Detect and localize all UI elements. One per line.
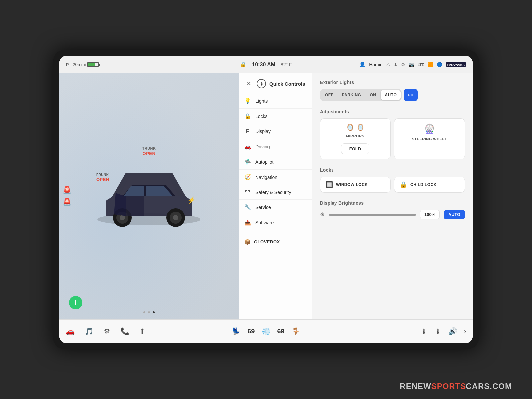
adjustments-title: Adjustments <box>320 109 465 114</box>
display-icon: 🖥 <box>244 128 251 134</box>
display-label: Display <box>255 129 271 134</box>
nav-item-service[interactable]: 🔧 Service <box>239 200 312 215</box>
panorama-badge: PANORAMA <box>446 62 466 67</box>
device-frame: P 205 mi 🔒 10:30 AM 82° F 👤 Hamid ⚠ ⬇ ⚙ <box>53 50 479 349</box>
charging-icon: ⚡ <box>187 196 196 204</box>
taskbar-car-icon[interactable]: 🚗 <box>66 327 75 336</box>
warning-icon: ⚠ <box>386 62 390 67</box>
lights-off-button[interactable]: OFF <box>321 90 337 100</box>
mirrors-card[interactable]: 🪞 🪞 MIRRORS FOLD <box>320 118 391 159</box>
dot-1 <box>143 311 145 313</box>
locks-label: Locks <box>255 114 268 119</box>
alert-icon-2: 🚨 <box>63 198 71 206</box>
adjustments-section: Adjustments 🪞 🪞 MIRRORS FOLD <box>320 109 465 159</box>
qc-header: ✕ ◎ Quick Controls <box>239 73 312 93</box>
taskbar-volume-icon[interactable]: 🔊 <box>448 327 457 336</box>
page-dots <box>143 311 155 313</box>
service-label: Service <box>255 205 271 210</box>
steering-wheel-icon: 🎡 <box>424 123 435 134</box>
steering-wheel-card[interactable]: 🎡 STEERING WHEEL <box>394 118 465 159</box>
nav-item-software[interactable]: 📥 Software <box>239 215 312 230</box>
tesla-screen: P 205 mi 🔒 10:30 AM 82° F 👤 Hamid ⚠ ⬇ ⚙ <box>59 56 473 343</box>
car-panel: 🚨 🚨 TRUNK OPEN FRUNK OPEN <box>59 73 239 319</box>
lte-indicator: LTE <box>418 63 424 66</box>
dot-3 <box>153 311 155 313</box>
fold-button[interactable]: FOLD <box>341 143 369 154</box>
taskbar-chevron-up-icon[interactable]: ⬆ <box>139 327 145 336</box>
user-icon: 👤 <box>359 61 366 67</box>
clock: 10:30 AM <box>252 62 275 67</box>
battery-miles: 205 mi <box>73 62 99 67</box>
nav-item-navigation[interactable]: 🧭 Navigation <box>239 170 312 185</box>
adjustments-row: 🪞 🪞 MIRRORS FOLD 🎡 STEERING WHEEL <box>320 118 465 159</box>
qc-icon: ◎ <box>257 79 266 88</box>
close-icon: ✕ <box>246 80 251 87</box>
software-label: Software <box>255 220 274 225</box>
park-indicator: P <box>66 62 69 67</box>
taskbar-music-icon[interactable]: 🎵 <box>85 327 94 336</box>
nav-item-autopilot[interactable]: 🛸 Autopilot <box>239 154 312 170</box>
settings-panel: Exterior Lights OFF PARKING ON AUTO ED <box>312 73 473 319</box>
brightness-row: ☀ 100% AUTO <box>320 210 465 219</box>
settings-status-icon: ⚙ <box>401 62 405 67</box>
nav-item-lights[interactable]: 💡 Lights <box>239 93 312 109</box>
lights-label: Lights <box>255 98 268 104</box>
taskbar-phone-icon[interactable]: 📞 <box>120 327 129 336</box>
lights-auto-button[interactable]: AUTO <box>381 90 401 100</box>
brightness-sun-icon: ☀ <box>320 211 325 218</box>
brightness-section: Display Brightness ☀ 100% AUTO <box>320 200 465 219</box>
status-left: P 205 mi <box>66 62 240 67</box>
taskbar-left: 🚗 🎵 ⚙ 📞 ⬆ <box>66 327 145 336</box>
locks-icon: 🔒 <box>244 113 251 119</box>
taskbar-seat-icon[interactable]: 💺 <box>232 327 241 336</box>
taskbar-media-icon[interactable]: ⚙ <box>104 327 110 336</box>
svg-point-6 <box>173 215 178 220</box>
child-lock-icon: 🔒 <box>400 181 407 188</box>
child-lock-card[interactable]: 🔒 CHILD LOCK <box>394 177 465 193</box>
navigation-label: Navigation <box>255 175 277 180</box>
safety-icon: 🛡 <box>244 189 251 195</box>
mirror-left-icon: 🪞 <box>346 123 354 131</box>
status-bar: P 205 mi 🔒 10:30 AM 82° F 👤 Hamid ⚠ ⬇ ⚙ <box>59 56 473 73</box>
brightness-auto-button[interactable]: AUTO <box>444 210 465 219</box>
taskbar-fan-icon[interactable]: 💨 <box>262 327 271 336</box>
close-button[interactable]: ✕ <box>244 79 253 88</box>
taskbar-right: 🌡 🌡 🔊 › <box>420 327 466 336</box>
exterior-lights-section: Exterior Lights OFF PARKING ON AUTO ED <box>320 80 465 101</box>
download-icon: ⬇ <box>394 62 398 67</box>
watermark-renew: RENEW <box>400 382 431 391</box>
lights-icon: 💡 <box>244 98 251 104</box>
alert-icons: 🚨 🚨 <box>63 186 71 206</box>
taskbar-chevron-right-icon[interactable]: › <box>464 327 466 336</box>
lights-buttons-row: OFF PARKING ON AUTO ED <box>320 89 465 101</box>
service-icon: 🔧 <box>244 204 251 210</box>
driving-icon: 🚗 <box>244 143 251 150</box>
nav-item-safety[interactable]: 🛡 Safety & Security <box>239 185 312 200</box>
lights-on-button[interactable]: ON <box>366 90 380 100</box>
camera-icon: 📷 <box>409 62 414 67</box>
window-lock-label: WINDOW LOCK <box>336 182 368 187</box>
nav-item-locks[interactable]: 🔒 Locks <box>239 109 312 124</box>
quick-controls-panel: ✕ ◎ Quick Controls 💡 Lights 🔒 Locks <box>239 73 312 319</box>
battery-fill <box>88 63 95 66</box>
software-icon: 📥 <box>244 219 251 226</box>
info-button[interactable]: i <box>69 296 82 309</box>
nav-item-display[interactable]: 🖥 Display <box>239 124 312 139</box>
ed-icon: ED <box>408 93 413 97</box>
nav-item-driving[interactable]: 🚗 Driving <box>239 139 312 154</box>
taskbar-seat-heat-icon[interactable]: 🪑 <box>291 327 300 336</box>
glovebox-label: GLOVEBOX <box>254 239 280 244</box>
glovebox-button[interactable]: 📦 GLOVEBOX <box>239 233 312 250</box>
mirrors-icons: 🪞 🪞 <box>346 123 365 131</box>
alert-icon-1: 🚨 <box>63 186 71 195</box>
car-visualization: TRUNK OPEN FRUNK OPEN <box>89 140 209 253</box>
watermark: RENEWSPORTSCARS.COM <box>400 382 512 391</box>
brightness-slider[interactable] <box>329 214 416 216</box>
nav-list: 💡 Lights 🔒 Locks 🖥 Display 🚗 Driving <box>239 93 312 230</box>
lights-parking-button[interactable]: PARKING <box>338 90 365 100</box>
taskbar-front-heat-icon[interactable]: 🌡 <box>420 327 428 336</box>
lights-ed-button[interactable]: ED <box>404 89 418 101</box>
taskbar-rear-heat-icon[interactable]: 🌡 <box>434 327 442 336</box>
safety-label: Safety & Security <box>255 190 291 195</box>
window-lock-card[interactable]: 🔲 WINDOW LOCK <box>320 177 391 193</box>
